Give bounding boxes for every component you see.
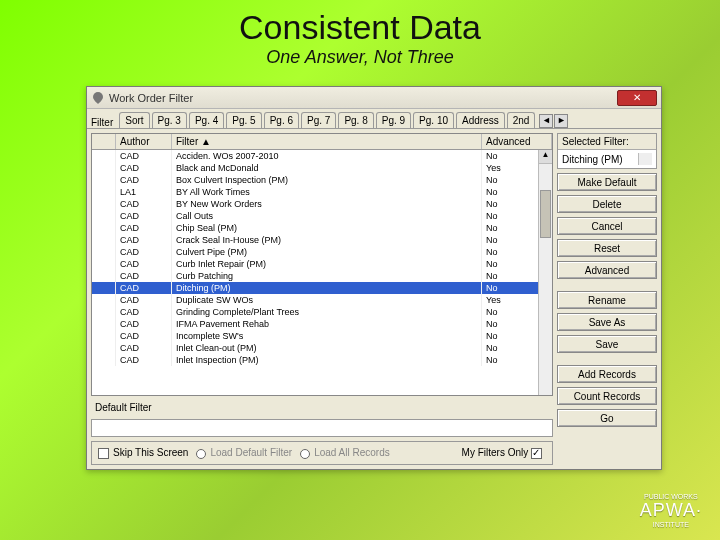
col-advanced[interactable]: Advanced <box>482 134 552 149</box>
cell-filter: Inlet Inspection (PM) <box>172 354 482 366</box>
cell-author: CAD <box>116 246 172 258</box>
cell-author: CAD <box>116 306 172 318</box>
cell-filter: Ditching (PM) <box>172 282 482 294</box>
col-filter[interactable]: Filter ▲ <box>172 134 482 149</box>
cell-author: CAD <box>116 174 172 186</box>
table-row[interactable]: CADCall OutsNo <box>92 210 552 222</box>
table-row[interactable]: CADIFMA Pavement RehabNo <box>92 318 552 330</box>
default-filter-label: Default Filter <box>91 400 553 415</box>
tabs-label: Filter <box>91 117 113 128</box>
table-row[interactable]: CADCrack Seal In-House (PM)No <box>92 234 552 246</box>
cell-filter: Curb Patching <box>172 270 482 282</box>
cell-filter: IFMA Pavement Rehab <box>172 318 482 330</box>
col-author[interactable]: Author <box>116 134 172 149</box>
cell-filter: Grinding Complete/Plant Trees <box>172 306 482 318</box>
tab-address[interactable]: Address <box>456 112 505 128</box>
table-row[interactable]: CADAcciden. WOs 2007-2010No <box>92 150 552 162</box>
table-row[interactable]: LA1BY All Work TimesNo <box>92 186 552 198</box>
load-all-label: Load All Records <box>314 447 390 458</box>
cell-author: CAD <box>116 258 172 270</box>
cell-author: CAD <box>116 354 172 366</box>
close-icon: ✕ <box>633 92 641 103</box>
skip-screen-checkbox[interactable]: Skip This Screen <box>98 447 188 459</box>
cell-author: CAD <box>116 282 172 294</box>
tab-2nd[interactable]: 2nd <box>507 112 536 128</box>
cell-filter: Acciden. WOs 2007-2010 <box>172 150 482 162</box>
cancel-button[interactable]: Cancel <box>557 217 657 235</box>
table-row[interactable]: CADInlet Clean-out (PM)No <box>92 342 552 354</box>
tab-pg6[interactable]: Pg. 6 <box>264 112 299 128</box>
table-row[interactable]: CADCulvert Pipe (PM)No <box>92 246 552 258</box>
tab-pg10[interactable]: Pg. 10 <box>413 112 454 128</box>
reset-button[interactable]: Reset <box>557 239 657 257</box>
table-row[interactable]: CADBlack and McDonaldYes <box>92 162 552 174</box>
table-row[interactable]: CADDitching (PM)No <box>92 282 552 294</box>
cell-author: CAD <box>116 330 172 342</box>
cell-filter: BY All Work Times <box>172 186 482 198</box>
cell-filter: Duplicate SW WOs <box>172 294 482 306</box>
table-row[interactable]: CADGrinding Complete/Plant TreesNo <box>92 306 552 318</box>
cell-filter: Chip Seal (PM) <box>172 222 482 234</box>
advanced-button[interactable]: Advanced <box>557 261 657 279</box>
selected-filter-value: Ditching (PM) <box>562 154 623 165</box>
scroll-up-icon[interactable]: ▲ <box>539 150 552 164</box>
close-button[interactable]: ✕ <box>617 90 657 106</box>
table-row[interactable]: CADBY New Work OrdersNo <box>92 198 552 210</box>
tabs-scroll-right[interactable]: ► <box>554 114 568 128</box>
table-row[interactable]: CADDuplicate SW WOsYes <box>92 294 552 306</box>
tab-pg9[interactable]: Pg. 9 <box>376 112 411 128</box>
title-bar: Work Order Filter ✕ <box>87 87 661 109</box>
save-button[interactable]: Save <box>557 335 657 353</box>
rename-button[interactable]: Rename <box>557 291 657 309</box>
cell-author: CAD <box>116 342 172 354</box>
add-records-button[interactable]: Add Records <box>557 365 657 383</box>
table-row[interactable]: CADBox Culvert Inspection (PM)No <box>92 174 552 186</box>
cell-author: CAD <box>116 234 172 246</box>
cell-filter: Crack Seal In-House (PM) <box>172 234 482 246</box>
slide-subtitle: One Answer, Not Three <box>0 47 720 68</box>
count-records-button[interactable]: Count Records <box>557 387 657 405</box>
tab-pg5[interactable]: Pg. 5 <box>226 112 261 128</box>
cell-author: CAD <box>116 318 172 330</box>
dialog-window: Work Order Filter ✕ Filter Sort Pg. 3 Pg… <box>86 86 662 470</box>
tab-sort[interactable]: Sort <box>119 112 149 128</box>
table-row[interactable]: CADCurb PatchingNo <box>92 270 552 282</box>
go-button[interactable]: Go <box>557 409 657 427</box>
tabs-scroll-left[interactable]: ◄ <box>539 114 553 128</box>
skip-screen-label: Skip This Screen <box>113 447 188 458</box>
slide-title: Consistent Data <box>0 8 720 47</box>
cell-filter: BY New Work Orders <box>172 198 482 210</box>
window-title: Work Order Filter <box>109 92 613 104</box>
table-row[interactable]: CADChip Seal (PM)No <box>92 222 552 234</box>
default-filter-field[interactable] <box>91 419 553 437</box>
cell-author: CAD <box>116 210 172 222</box>
selected-filter-scroll[interactable] <box>638 153 652 165</box>
cell-author: CAD <box>116 150 172 162</box>
cell-author: CAD <box>116 222 172 234</box>
cell-author: CAD <box>116 198 172 210</box>
tab-pg7[interactable]: Pg. 7 <box>301 112 336 128</box>
grid-scrollbar[interactable]: ▲ <box>538 150 552 395</box>
delete-button[interactable]: Delete <box>557 195 657 213</box>
app-icon <box>91 91 105 105</box>
table-row[interactable]: CADCurb Inlet Repair (PM)No <box>92 258 552 270</box>
apwa-logo: PUBLIC WORKS APWA· INSTITUTE <box>640 493 702 528</box>
cell-filter: Incomplete SW's <box>172 330 482 342</box>
tab-pg8[interactable]: Pg. 8 <box>338 112 373 128</box>
tab-pg4[interactable]: Pg. 4 <box>189 112 224 128</box>
make-default-button[interactable]: Make Default <box>557 173 657 191</box>
cell-filter: Inlet Clean-out (PM) <box>172 342 482 354</box>
scroll-thumb[interactable] <box>540 190 551 238</box>
tab-pg3[interactable]: Pg. 3 <box>152 112 187 128</box>
bottom-bar: Skip This Screen Load Default Filter Loa… <box>91 441 553 465</box>
save-as-button[interactable]: Save As <box>557 313 657 331</box>
load-default-radio[interactable]: Load Default Filter <box>196 447 292 458</box>
cell-filter: Call Outs <box>172 210 482 222</box>
load-default-label: Load Default Filter <box>210 447 292 458</box>
table-row[interactable]: CADIncomplete SW'sNo <box>92 330 552 342</box>
table-row[interactable]: CADInlet Inspection (PM)No <box>92 354 552 366</box>
cell-author: LA1 <box>116 186 172 198</box>
load-all-radio[interactable]: Load All Records <box>300 447 390 458</box>
tab-strip: Filter Sort Pg. 3 Pg. 4 Pg. 5 Pg. 6 Pg. … <box>87 109 661 129</box>
my-filters-only-checkbox[interactable]: My Filters Only <box>462 447 546 459</box>
